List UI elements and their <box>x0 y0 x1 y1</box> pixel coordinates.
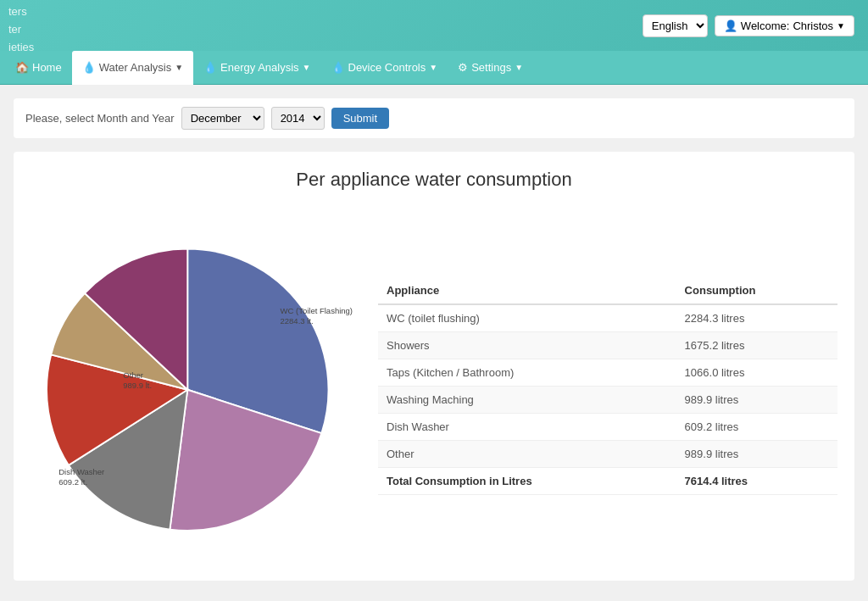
consumption-cell: 1066.0 litres <box>676 359 837 386</box>
pie-svg: WC (Toilet Flashing)2284.3 lt.Showers167… <box>31 208 353 564</box>
table-row: WC (toilet flushing) 2284.3 litres <box>378 304 837 332</box>
pie-label: WC (Toilet Flashing)2284.3 lt. <box>281 306 353 326</box>
total-value: 7614.4 litres <box>676 467 837 494</box>
caret-icon: ▼ <box>175 63 183 72</box>
appliance-cell: WC (toilet flushing) <box>378 304 676 332</box>
col-appliance: Appliance <box>378 277 676 304</box>
svg-text:609.2 lt.: 609.2 lt. <box>58 477 87 487</box>
submit-button[interactable]: Submit <box>331 108 389 129</box>
caret-icon: ▼ <box>515 63 523 72</box>
sidebar-nav-hint: ters ter ieties <box>8 0 34 56</box>
consumption-cell: 2284.3 litres <box>676 304 837 332</box>
consumption-cell: 989.9 litres <box>676 440 837 467</box>
filter-label: Please, select Month and Year <box>25 112 175 125</box>
nav-item-energy-analysis[interactable]: 💧 Energy Analysis ▼ <box>193 51 320 85</box>
appliance-cell: Dish Washer <box>378 413 676 440</box>
nav-label-settings: Settings <box>471 61 511 74</box>
caret-icon: ▼ <box>429 63 437 72</box>
home-icon: 🏠 <box>15 61 29 74</box>
energy-icon: 💧 <box>203 61 217 74</box>
welcome-button[interactable]: 👤 Welcome: Christos ▼ <box>715 15 854 36</box>
appliance-cell: Other <box>378 440 676 467</box>
caret-icon: ▼ <box>303 63 311 72</box>
appliance-cell: Taps (Kitchen / Bathroom) <box>378 359 676 386</box>
table-row: Washing Maching 989.9 litres <box>378 386 837 413</box>
main-content: Please, select Month and Year JanuaryFeb… <box>0 85 868 601</box>
top-bar-right: EnglishGreek 👤 Welcome: Christos ▼ <box>643 14 854 37</box>
total-row: Total Consumption in Litres 7614.4 litre… <box>378 467 837 494</box>
nav-label-home: Home <box>32 61 62 74</box>
nav-label-device: Device Controls <box>348 61 426 74</box>
month-select[interactable]: JanuaryFebruaryMarchAprilMayJuneJulyAugu… <box>181 107 264 130</box>
consumption-table: Appliance Consumption WC (toilet flushin… <box>378 277 837 495</box>
table-row: Taps (Kitchen / Bathroom) 1066.0 litres <box>378 359 837 386</box>
caret-icon: ▼ <box>837 21 845 31</box>
nav-label-water: Water Analysis <box>99 61 172 74</box>
welcome-text: Welcome: <box>741 19 790 32</box>
user-icon: 👤 <box>724 19 737 32</box>
svg-text:2284.3 lt.: 2284.3 lt. <box>281 316 314 326</box>
data-table-container: Appliance Consumption WC (toilet flushin… <box>378 277 837 495</box>
chart-area: WC (Toilet Flashing)2284.3 lt.Showers167… <box>31 208 837 564</box>
total-label: Total Consumption in Litres <box>378 467 676 494</box>
table-row: Other 989.9 litres <box>378 440 837 467</box>
settings-icon: ⚙ <box>458 61 468 74</box>
top-bar: ters ter ieties EnglishGreek 👤 Welcome: … <box>0 0 868 51</box>
nav-bar: 🏠 Home 💧 Water Analysis ▼ 💧 Energy Analy… <box>0 51 868 85</box>
table-row: Showers 1675.2 litres <box>378 331 837 359</box>
year-select[interactable]: 2012201320142015 <box>271 107 325 130</box>
nav-item-water-analysis[interactable]: 💧 Water Analysis ▼ <box>72 51 193 85</box>
consumption-cell: 609.2 litres <box>676 413 837 440</box>
consumption-cell: 1675.2 litres <box>676 331 837 359</box>
svg-text:Other: Other <box>123 370 143 380</box>
pie-chart: WC (Toilet Flashing)2284.3 lt.Showers167… <box>31 208 353 564</box>
filter-row: Please, select Month and Year JanuaryFeb… <box>14 98 854 138</box>
table-row: Dish Washer 609.2 litres <box>378 413 837 440</box>
chart-card: Per appliance water consumption WC (Toil… <box>14 152 854 581</box>
svg-text:WC (Toilet Flashing): WC (Toilet Flashing) <box>281 306 353 315</box>
consumption-cell: 989.9 litres <box>676 386 837 413</box>
appliance-cell: Washing Maching <box>378 386 676 413</box>
water-icon: 💧 <box>82 61 96 74</box>
col-consumption: Consumption <box>676 277 837 304</box>
nav-item-settings[interactable]: ⚙ Settings ▼ <box>448 51 533 85</box>
user-name: Christos <box>793 19 833 32</box>
nav-item-device-controls[interactable]: 💧 Device Controls ▼ <box>321 51 448 85</box>
nav-label-energy: Energy Analysis <box>220 61 299 74</box>
chart-title: Per appliance water consumption <box>31 169 837 191</box>
language-select[interactable]: EnglishGreek <box>643 14 708 37</box>
svg-text:Dish Washer: Dish Washer <box>58 467 104 476</box>
device-icon: 💧 <box>331 61 345 74</box>
appliance-cell: Showers <box>378 331 676 359</box>
svg-text:989.9 lt.: 989.9 lt. <box>123 381 152 390</box>
